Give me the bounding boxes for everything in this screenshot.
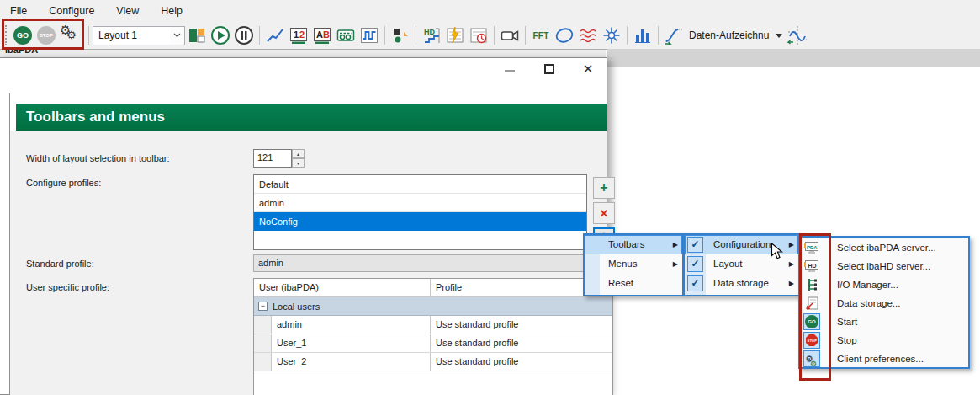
profile-row-selected[interactable]: NoConfig [254, 212, 586, 231]
checkmark-icon: ✓ [687, 256, 703, 272]
group-row-local-users[interactable]: − Local users [254, 297, 612, 316]
io-manager-icon [803, 276, 820, 293]
checkmark-icon: ✓ [687, 275, 703, 291]
interpolation-icon [664, 25, 684, 45]
toolbar-separator [259, 26, 260, 45]
text-display-button[interactable]: A B [311, 24, 333, 46]
spin-down-button[interactable]: ▼ [292, 158, 305, 168]
event-list-button[interactable] [444, 24, 466, 46]
waterfall-view-button[interactable] [577, 24, 599, 46]
menu-item-toolbars[interactable]: Toolbars ▶ [585, 235, 682, 254]
main-toolbar: GO STOP ⚙⚙ Layout 1 [0, 22, 980, 50]
menu-item-select-ibapda-server[interactable]: PDA Select ibaPDA server... [800, 238, 968, 257]
menu-item-stop[interactable]: STOP Stop [800, 331, 968, 350]
layout-manager-icon [187, 25, 207, 45]
width-input[interactable]: 121 [253, 149, 292, 168]
minimize-icon [505, 70, 515, 72]
table-row[interactable]: User_2 Use standard profile [254, 353, 612, 371]
pause-icon [234, 25, 254, 45]
column-header-user[interactable]: User (ibaPDA) [254, 279, 431, 296]
camera-icon [500, 25, 520, 45]
row-indent [254, 353, 272, 371]
table-row[interactable]: User_1 Use standard profile [254, 334, 612, 353]
svg-text:HD: HD [424, 28, 435, 36]
profile-row[interactable]: Default [254, 175, 586, 194]
menu-item-reset[interactable]: Reset [585, 274, 682, 293]
context-menu-level2: ✓ Configuration ▶ ✓ Layout ▶ ✓ Data stor… [683, 233, 800, 296]
menu-item-io-manager[interactable]: I/O Manager... [800, 275, 968, 294]
context-menu-level3: PDA Select ibaPDA server... HD Select ib… [798, 236, 970, 369]
sine-measure-icon [787, 24, 808, 46]
add-profile-button[interactable]: + [593, 177, 615, 199]
hd-trend-button[interactable]: HD [421, 24, 442, 46]
svg-text:2: 2 [299, 29, 305, 40]
svg-text:PDA: PDA [807, 245, 818, 250]
minimize-button[interactable] [497, 61, 522, 80]
menu-item-configuration[interactable]: ✓ Configuration ▶ [685, 235, 798, 254]
pause-button[interactable] [233, 24, 255, 46]
recorder-button[interactable] [335, 24, 357, 46]
numeric-display-button[interactable]: 1 2 [288, 24, 310, 46]
layout-combobox[interactable]: Layout 1 [93, 26, 185, 45]
close-button[interactable]: ✕ [575, 60, 601, 78]
ibahd-server-icon: HD [803, 258, 820, 275]
submenu-arrow-icon: ▶ [673, 235, 678, 254]
menu-item-layout[interactable]: ✓ Layout ▶ [685, 254, 798, 274]
menu-configure[interactable]: Configure [49, 5, 94, 17]
background-panel [607, 49, 980, 67]
data-storage-icon [803, 295, 820, 312]
occluded-panel-header: ibaPDA [0, 50, 606, 57]
profile-row[interactable]: admin [254, 194, 586, 212]
histogram-button[interactable] [632, 24, 654, 46]
hd-event-list-button[interactable] [468, 24, 490, 46]
svg-text:HD: HD [808, 263, 817, 269]
toolbar-separator [416, 26, 416, 45]
orbit-view-button[interactable] [554, 24, 575, 46]
hd-trend-icon: HD [421, 25, 442, 45]
menu-item-select-ibahd-server[interactable]: HD Select ibaHD server... [800, 257, 968, 275]
trend-graph-button[interactable] [264, 24, 286, 46]
menu-item-start[interactable]: GO Start [800, 312, 968, 331]
client-preferences-button[interactable]: ⚙⚙ [59, 24, 81, 46]
menu-item-client-preferences[interactable]: ⚙⚙ Client preferences... [800, 350, 968, 368]
client-preferences-dialog: ✕ Toolbars and menus Width of layout sel… [0, 57, 607, 395]
scatter-plot-icon [390, 25, 411, 45]
polar-icon [601, 25, 622, 45]
menu-item-menus[interactable]: Menus ▶ [585, 254, 682, 274]
digital-signal-button[interactable] [358, 24, 380, 46]
toolbar-separator [627, 26, 628, 45]
fft-view-button[interactable]: FFT [530, 24, 552, 46]
row-indent [254, 334, 272, 352]
play-button[interactable] [209, 24, 231, 46]
collapse-icon[interactable]: − [258, 302, 268, 311]
menu-item-data-storage[interactable]: Data storage... [800, 294, 968, 312]
stop-button[interactable]: STOP [35, 24, 57, 46]
digital-signal-icon [359, 25, 379, 45]
menu-view[interactable]: View [116, 5, 139, 17]
scatter-plot-button[interactable] [389, 24, 411, 46]
width-label: Width of layout selection in toolbar: [26, 153, 170, 163]
maximize-button[interactable] [537, 60, 562, 78]
go-button[interactable]: GO [12, 24, 34, 46]
table-row[interactable]: admin Use standard profile [254, 316, 612, 334]
spin-up-button[interactable]: ▲ [292, 149, 305, 158]
width-spinner: ▲ ▼ [292, 149, 305, 168]
app-window: File Configure View Help GO STOP ⚙⚙ Layo… [0, 0, 980, 395]
polar-view-button[interactable] [601, 24, 622, 46]
menu-item-data-storage[interactable]: ✓ Data storage ▶ [685, 274, 798, 293]
checkmark-icon: ✓ [687, 237, 703, 253]
menu-file[interactable]: File [10, 5, 27, 17]
menu-help[interactable]: Help [161, 5, 183, 17]
delete-profile-button[interactable]: ✕ [593, 202, 615, 224]
camera-button[interactable] [499, 24, 521, 46]
numeric-display-icon: 1 2 [289, 25, 309, 45]
signal-analysis-button[interactable] [787, 24, 808, 46]
data-recording-dropdown[interactable]: Daten-Aufzeichnu [686, 25, 786, 45]
toolbar-grip[interactable] [3, 25, 7, 45]
layout-manager-button[interactable] [186, 24, 208, 46]
interpolation-button[interactable] [663, 24, 685, 46]
menu-bar: File Configure View Help [0, 0, 980, 22]
column-header-profile[interactable]: Profile [431, 279, 467, 296]
toolbar-separator [494, 26, 495, 45]
go-icon: GO [13, 26, 32, 45]
